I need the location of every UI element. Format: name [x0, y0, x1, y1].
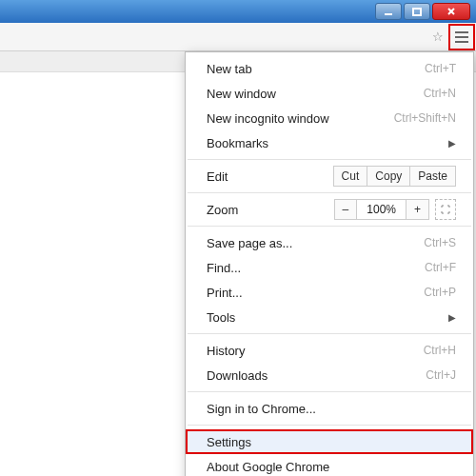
menu-item-zoom: Zoom – 100% + [186, 197, 473, 222]
menu-label: Save page as... [207, 236, 292, 250]
menu-label: Print... [207, 286, 243, 300]
close-button[interactable] [432, 3, 470, 20]
menu-shortcut: Ctrl+Shift+N [394, 111, 456, 125]
menu-item-new-window[interactable]: New window Ctrl+N [186, 81, 473, 106]
menu-label: About Google Chrome [207, 460, 329, 474]
maximize-button[interactable] [404, 3, 430, 20]
menu-item-new-tab[interactable]: New tab Ctrl+T [186, 56, 473, 81]
menu-item-edit: Edit Cut Copy Paste [186, 164, 473, 188]
menu-label: Sign in to Chrome... [207, 402, 316, 416]
chrome-menu-button[interactable] [451, 27, 472, 48]
hamburger-icon [455, 36, 468, 38]
cut-button[interactable]: Cut [333, 166, 368, 187]
menu-shortcut: Ctrl+N [424, 87, 456, 100]
menu-label: Tools [207, 310, 235, 325]
minimize-button[interactable] [375, 3, 402, 20]
menu-item-history[interactable]: History Ctrl+H [186, 338, 473, 363]
menu-separator [188, 159, 471, 160]
menu-item-settings[interactable]: Settings [186, 429, 473, 454]
menu-separator [188, 333, 471, 334]
menu-item-about[interactable]: About Google Chrome [186, 454, 473, 476]
chrome-menu: New tab Ctrl+T New window Ctrl+N New inc… [185, 51, 474, 476]
menu-label: New incognito window [207, 111, 329, 126]
menu-item-sign-in[interactable]: Sign in to Chrome... [186, 396, 473, 421]
browser-toolbar: ☆ [0, 23, 476, 51]
menu-label: Downloads [207, 368, 268, 383]
menu-label: Zoom [207, 203, 238, 217]
menu-shortcut: Ctrl+H [424, 344, 456, 357]
menu-item-downloads[interactable]: Downloads Ctrl+J [186, 363, 473, 387]
menu-shortcut: Ctrl+P [424, 286, 456, 299]
menu-shortcut: Ctrl+S [424, 236, 456, 249]
copy-button[interactable]: Copy [367, 166, 410, 187]
menu-label: History [207, 344, 245, 358]
menu-label: New window [207, 87, 276, 101]
menu-label: New tab [207, 62, 252, 76]
menu-separator [188, 226, 471, 227]
menu-shortcut: Ctrl+T [425, 62, 456, 75]
menu-label: Edit [207, 169, 228, 184]
submenu-arrow-icon: ▶ [448, 138, 456, 149]
menu-item-print[interactable]: Print... Ctrl+P [186, 280, 473, 305]
menu-label: Find... [207, 261, 241, 275]
menu-item-bookmarks[interactable]: Bookmarks ▶ [186, 130, 473, 155]
submenu-arrow-icon: ▶ [448, 312, 456, 323]
menu-label: Bookmarks [207, 136, 268, 150]
zoom-value: 100% [357, 199, 407, 220]
zoom-out-button[interactable]: – [334, 199, 358, 220]
menu-separator [188, 192, 471, 193]
menu-shortcut: Ctrl+F [425, 261, 456, 274]
window-titlebar [0, 0, 476, 23]
menu-shortcut: Ctrl+J [426, 368, 456, 382]
menu-item-incognito[interactable]: New incognito window Ctrl+Shift+N [186, 106, 473, 130]
menu-item-find[interactable]: Find... Ctrl+F [186, 255, 473, 280]
menu-label: Settings [207, 435, 251, 449]
svg-rect-1 [413, 9, 421, 15]
menu-separator [188, 391, 471, 392]
menu-item-tools[interactable]: Tools ▶ [186, 305, 473, 329]
menu-item-save-page[interactable]: Save page as... Ctrl+S [186, 230, 473, 255]
fullscreen-button[interactable] [435, 199, 456, 220]
paste-button[interactable]: Paste [410, 166, 456, 187]
bookmark-star-icon[interactable]: ☆ [428, 28, 447, 47]
zoom-in-button[interactable]: + [407, 199, 429, 220]
menu-separator [188, 425, 471, 426]
